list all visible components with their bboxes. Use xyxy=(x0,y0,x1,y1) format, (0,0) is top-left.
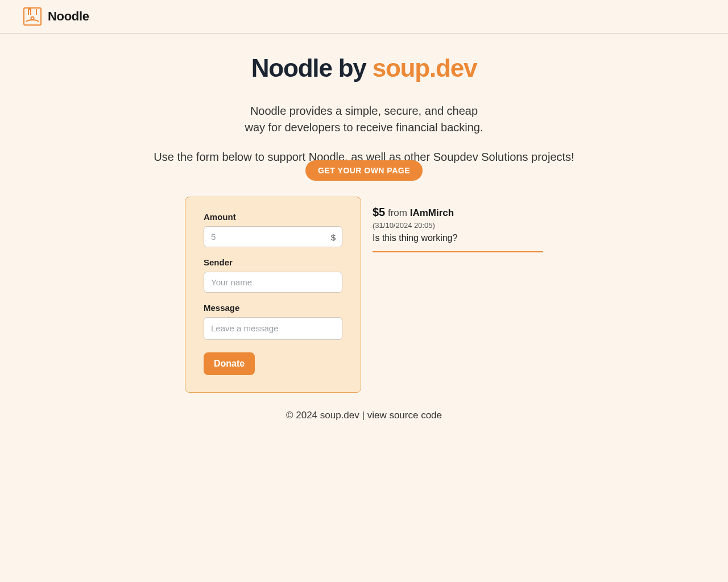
title-prefix: Noodle by xyxy=(251,54,373,82)
donate-button[interactable]: Donate xyxy=(204,352,255,375)
amount-input[interactable] xyxy=(204,226,342,247)
copyright: © 2024 soup.dev xyxy=(286,410,359,421)
page-title: Noodle by soup.dev xyxy=(85,54,643,82)
donate-form: Amount $ Sender Message Donate xyxy=(185,197,361,393)
noodle-logo-icon xyxy=(23,7,42,26)
message-input[interactable] xyxy=(204,317,342,340)
subtitle: Noodle provides a simple, secure, and ch… xyxy=(85,103,643,136)
donation-timestamp: (31/10/2024 20:05) xyxy=(373,221,543,230)
donation-item: $5 from IAmMirch (31/10/2024 20:05) Is t… xyxy=(373,202,543,252)
donation-from-word: from xyxy=(388,207,407,218)
svg-point-1 xyxy=(31,17,34,20)
currency-symbol: $ xyxy=(331,232,336,242)
brand-name: Noodle xyxy=(48,9,89,24)
view-source-link[interactable]: view source code xyxy=(367,410,442,421)
sender-input[interactable] xyxy=(204,272,342,293)
donation-amount: $5 xyxy=(373,206,385,218)
get-your-own-page-button[interactable]: GET YOUR OWN PAGE xyxy=(305,160,423,181)
amount-label: Amount xyxy=(204,212,342,222)
donation-feed: $5 from IAmMirch (31/10/2024 20:05) Is t… xyxy=(373,197,543,252)
donation-sender: IAmMirch xyxy=(410,207,454,218)
donation-message: Is this thing working? xyxy=(373,233,543,243)
site-header: Noodle xyxy=(0,0,728,34)
message-label: Message xyxy=(204,303,342,313)
site-footer: © 2024 soup.dev | view source code xyxy=(85,410,643,421)
title-accent: soup.dev xyxy=(373,54,477,82)
sender-label: Sender xyxy=(204,257,342,267)
